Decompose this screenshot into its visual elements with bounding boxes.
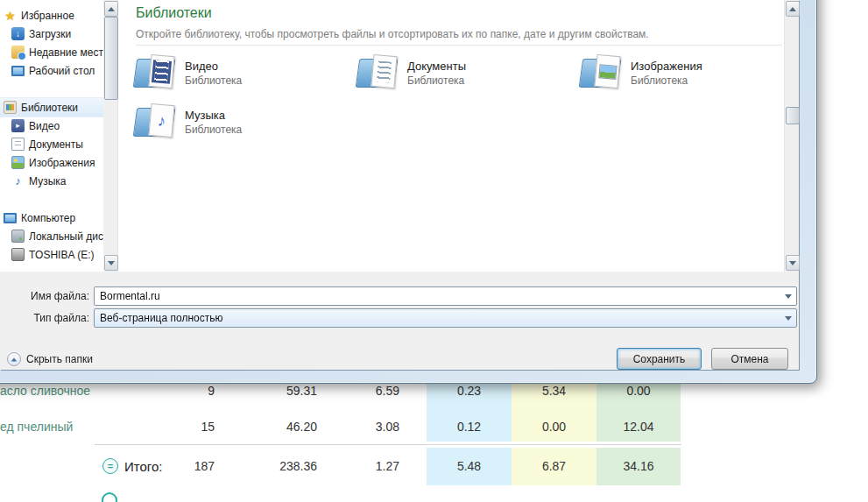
filetype-label: Тип файла: [26, 312, 89, 324]
collapse-icon [7, 352, 21, 366]
filename-label: Имя файла: [26, 290, 89, 302]
tile-name: Изображения [631, 60, 702, 73]
music-icon: ♪ [11, 174, 25, 187]
sidebar-label: Видео [29, 120, 60, 132]
cell-protein: 0.12 [427, 420, 512, 434]
document-icon [11, 138, 25, 151]
library-tile-pictures[interactable]: Изображения Библиотека [580, 54, 786, 89]
pictures-icon [11, 156, 25, 169]
music-library-icon: ♪ [134, 103, 176, 138]
library-tile-videos[interactable]: Видео Библиотека [134, 54, 340, 89]
filename-input[interactable] [98, 288, 779, 304]
star-icon: ★ [4, 9, 17, 22]
food-link[interactable]: асло сливочное [0, 384, 90, 398]
arrow-up-icon [108, 7, 115, 11]
cell-carbs: 12.04 [596, 420, 681, 434]
cell-carbs: 0.00 [596, 384, 681, 398]
cell-qty: 9 [140, 384, 215, 398]
sidebar-group-favorites[interactable]: ★ Избранное [0, 6, 103, 25]
tile-type: Библиотека [185, 74, 242, 87]
sidebar-label: Загрузки [29, 28, 71, 40]
sidebar-item-recent-places[interactable]: Недавние места [0, 43, 103, 61]
file-browser: ★ Избранное ↓ Загрузки Недавние места Ра… [0, 0, 799, 272]
sidebar-label: Музыка [29, 175, 66, 187]
sidebar-item-music[interactable]: ♪ Музыка [0, 172, 103, 190]
dialog-client-area: ★ Избранное ↓ Загрузки Недавние места Ра… [0, 0, 799, 370]
usb-disk-icon [11, 248, 25, 261]
sidebar-label: Рабочий стол [29, 65, 95, 77]
scrollbar-thumb[interactable] [104, 17, 118, 100]
scroll-up-button[interactable] [104, 1, 118, 17]
computer-icon [4, 211, 17, 224]
filename-combobox[interactable] [94, 286, 797, 306]
cell-per: 6.59 [314, 384, 399, 398]
divider [136, 45, 782, 46]
arrow-up-icon [789, 7, 796, 11]
tile-name: Музыка [185, 109, 242, 122]
bullet-icon [102, 492, 117, 502]
sidebar-item-documents[interactable]: Документы [0, 135, 103, 153]
video-icon: ▸ [11, 119, 25, 132]
page-subtitle: Откройте библиотеку, чтобы просмотреть ф… [136, 28, 649, 40]
filetype-select[interactable]: Веб-страница полностью [94, 308, 797, 328]
sidebar-spacer [0, 190, 103, 209]
sidebar-item-videos[interactable]: ▸ Видео [0, 117, 103, 135]
chevron-down-icon[interactable] [781, 288, 795, 304]
library-tile-documents[interactable]: Документы Библиотека [356, 54, 562, 89]
content-pane: Библиотеки Откройте библиотеку, чтобы пр… [118, 0, 784, 272]
libraries-icon [4, 101, 17, 114]
content-scrollbar[interactable] [784, 0, 799, 272]
scroll-down-button[interactable] [104, 255, 118, 271]
scrollbar-thumb[interactable] [786, 107, 800, 124]
sidebar-item-desktop[interactable]: Рабочий стол [0, 61, 103, 80]
sidebar-item-downloads[interactable]: ↓ Загрузки [0, 25, 103, 43]
sidebar-item-pictures[interactable]: Изображения [0, 153, 103, 172]
cell-qty: 15 [140, 420, 215, 434]
total-protein: 5.48 [427, 459, 512, 473]
sidebar-label: Изображения [29, 157, 95, 169]
cell-kcal: 59.31 [226, 384, 317, 398]
sidebar-item-local-disk[interactable]: Локальный диск [0, 227, 103, 245]
arrow-down-icon [108, 261, 115, 265]
cell-fat: 5.34 [512, 384, 596, 398]
tile-name: Видео [185, 60, 242, 73]
total-per: 1.27 [314, 459, 399, 473]
cell-fat: 0.00 [512, 420, 596, 434]
screen: асло сливочное 9 59.31 6.59 0.23 5.34 0.… [0, 0, 868, 502]
navigation-pane: ★ Избранное ↓ Загрузки Недавние места Ра… [0, 0, 103, 272]
nav-scrollbar[interactable] [103, 0, 118, 272]
save-button[interactable]: Сохранить [617, 348, 702, 370]
filetype-value: Веб-страница полностью [100, 312, 222, 324]
sidebar-label: Недавние места [29, 46, 103, 59]
hide-folders-label: Скрыть папки [26, 353, 93, 365]
sidebar-spacer [0, 80, 103, 98]
tile-name: Документы [407, 60, 466, 73]
scroll-down-button[interactable] [786, 255, 800, 271]
sidebar-group-libraries[interactable]: Библиотеки [0, 98, 103, 117]
video-library-icon [134, 54, 176, 89]
sidebar-label: Компьютер [21, 212, 75, 224]
pictures-library-icon [580, 54, 622, 89]
sidebar-label: Избранное [21, 10, 74, 22]
sidebar-group-computer[interactable]: Компьютер [0, 209, 103, 227]
equals-icon: = [102, 458, 118, 474]
documents-library-icon [356, 54, 399, 89]
hard-disk-icon [11, 230, 25, 243]
cell-protein: 0.23 [427, 384, 512, 398]
cell-kcal: 46.20 [226, 420, 317, 434]
food-link[interactable]: ед пчелиный [0, 420, 73, 434]
chevron-down-icon[interactable] [781, 310, 795, 326]
cancel-button[interactable]: Отмена [711, 348, 788, 370]
library-tile-music[interactable]: ♪ Музыка Библиотека [134, 103, 340, 138]
tile-type: Библиотека [631, 74, 702, 87]
save-as-dialog: ★ Избранное ↓ Загрузки Недавние места Ра… [0, 0, 816, 383]
sidebar-label: Библиотеки [21, 102, 78, 114]
sidebar-item-toshiba[interactable]: TOSHIBA (E:) [0, 245, 103, 264]
scroll-up-button[interactable] [786, 1, 800, 17]
tile-type: Библиотека [407, 74, 466, 87]
hide-folders-button[interactable]: Скрыть папки [7, 352, 93, 366]
arrow-down-icon [789, 261, 796, 265]
sidebar-label: Локальный диск [29, 230, 103, 243]
download-icon: ↓ [11, 27, 25, 40]
sidebar-label: Документы [29, 138, 83, 151]
